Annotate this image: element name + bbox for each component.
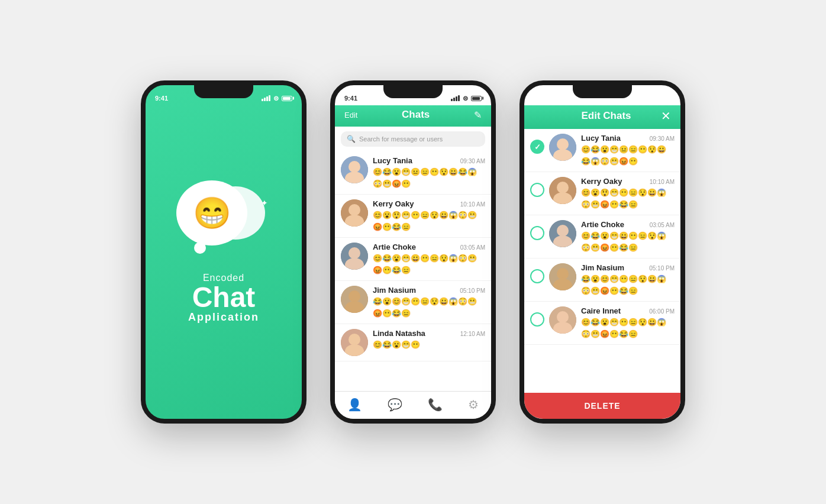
chat-emojis: 😂😮😊😁😶😑😯😀😱😳😬😡😶😂😑 bbox=[373, 296, 485, 319]
phone-chats: 9:41 ⊜ Edit Chats ✎ 🔍 Search for message… bbox=[330, 80, 496, 424]
search-bar[interactable]: 🔍 Search for message or users bbox=[341, 131, 485, 147]
chat-info: Lucy Tania 09:30 AM 😊😂😮😁😐😑😶😯😀😂😱😳😬😡😶 bbox=[373, 156, 485, 189]
chat-avatar bbox=[341, 286, 368, 313]
edit-chats-title: Edit Chats bbox=[581, 110, 631, 122]
edit-chat-time: 06:00 PM bbox=[649, 308, 675, 315]
chat-name-row: Lucy Tania 09:30 AM bbox=[373, 156, 485, 165]
chat-item[interactable]: Linda Natasha 12:10 AM 😊😂😮😁😶 bbox=[335, 324, 491, 361]
chat-time: 12:10 AM bbox=[460, 331, 485, 337]
chat-name-row: Jim Nasium 05:10 PM bbox=[373, 286, 485, 295]
edit-chat-time: 03:05 AM bbox=[650, 222, 675, 228]
edit-button[interactable]: Edit bbox=[344, 111, 357, 119]
edit-chat-avatar bbox=[549, 263, 576, 290]
chat-list: Lucy Tania 09:30 AM 😊😂😮😁😐😑😶😯😀😂😱😳😬😡😶 Kerr… bbox=[335, 151, 491, 391]
chat-time: 05:10 PM bbox=[460, 287, 485, 294]
signal-icon-3 bbox=[640, 95, 649, 101]
close-button[interactable]: ✕ bbox=[661, 109, 671, 123]
edit-chat-avatar bbox=[549, 134, 576, 161]
chat-item[interactable]: Kerry Oaky 10:10 AM 😊😮😲😁😶😑😯😀😱😳😬😡😶😂😑 bbox=[335, 195, 491, 238]
status-icons-1: ⊜ bbox=[262, 95, 292, 102]
chat-item[interactable]: Lucy Tania 09:30 AM 😊😂😮😁😐😑😶😯😀😂😱😳😬😡😶 bbox=[335, 151, 491, 195]
app-title-application: Application bbox=[188, 312, 259, 324]
splash-content: 😁 ✦ ✦ Encoded Chat Application bbox=[146, 105, 302, 399]
tab-profile[interactable]: 👤 bbox=[347, 398, 362, 412]
edit-chat-info: Caire Innet 06:00 PM 😊😂😮😁😶😑😯😀😱😳😬😡😶😂😑 bbox=[581, 306, 675, 340]
tab-settings[interactable]: ⚙ bbox=[468, 398, 479, 412]
edit-chat-name-row: Artie Choke 03:05 AM bbox=[581, 220, 675, 229]
edit-chat-info: Artie Choke 03:05 AM 😊😂😮😁😀😶😑😯😱😳😬😡😶😂😑 bbox=[581, 220, 675, 253]
chat-item[interactable]: Artie Choke 03:05 AM 😊😂😮😁😀😶😑😯😱😳😬😡😶😂😑 bbox=[335, 238, 491, 281]
chat-avatar bbox=[341, 243, 368, 270]
svg-point-23 bbox=[558, 139, 567, 148]
sparkle-icon-2: ✦ bbox=[261, 198, 268, 208]
edit-chat-info: Kerry Oaky 10:10 AM 😊😮😲😁😶😑😯😀😱😳😬😡😶😂😑 bbox=[581, 177, 675, 210]
delete-button[interactable]: DELETE bbox=[524, 393, 680, 419]
chat-emojis: 😊😂😮😁😐😑😶😯😀😂😱😳😬😡😶 bbox=[373, 166, 485, 189]
edit-chat-item[interactable]: Caire Innet 06:00 PM 😊😂😮😁😶😑😯😀😱😳😬😡😶😂😑 bbox=[524, 302, 680, 345]
select-circle[interactable] bbox=[530, 140, 544, 154]
edit-chat-emojis: 😊😂😮😁😀😶😑😯😱😳😬😡😶😂😑 bbox=[581, 230, 675, 253]
chat-time: 10:10 AM bbox=[460, 201, 485, 208]
status-time-1: 9:41 bbox=[155, 95, 168, 102]
chat-emojis: 😊😂😮😁😶 bbox=[373, 339, 485, 351]
edit-chat-name-row: Lucy Tania 09:30 AM bbox=[581, 134, 675, 143]
select-circle[interactable] bbox=[530, 312, 544, 327]
edit-chat-time: 09:30 AM bbox=[650, 135, 675, 142]
edit-chat-name: Artie Choke bbox=[581, 220, 624, 229]
edit-chat-name: Caire Innet bbox=[581, 306, 621, 315]
edit-chat-emojis: 😂😮😊😁😶😑😯😀😱😳😬😡😶😂😑 bbox=[581, 273, 675, 296]
svg-point-19 bbox=[350, 334, 359, 344]
status-bar-3: 9:41 ⊜ bbox=[524, 89, 680, 105]
status-time-3: 9:41 bbox=[534, 95, 547, 102]
chat-info: Jim Nasium 05:10 PM 😂😮😊😁😶😑😯😀😱😳😬😡😶😂😑 bbox=[373, 286, 485, 319]
status-bar-1: 9:41 ⊜ bbox=[146, 89, 302, 105]
chat-header: Edit Chats ✎ bbox=[335, 105, 491, 127]
edit-chat-list: Lucy Tania 09:30 AM 😊😂😮😁😐😑😶😯😀😂😱😳😬😡😶 Kerr… bbox=[524, 129, 680, 393]
edit-chat-name: Lucy Tania bbox=[581, 134, 621, 143]
battery-icon-3 bbox=[660, 96, 671, 101]
edit-chat-item[interactable]: Jim Nasium 05:10 PM 😂😮😊😁😶😑😯😀😱😳😬😡😶😂😑 bbox=[524, 259, 680, 302]
battery-icon bbox=[282, 96, 292, 101]
select-circle[interactable] bbox=[530, 269, 544, 283]
chat-time: 09:30 AM bbox=[460, 158, 485, 164]
wifi-icon-2: ⊜ bbox=[463, 95, 468, 102]
tab-calls[interactable]: 📞 bbox=[428, 398, 443, 412]
chat-avatar bbox=[341, 156, 368, 183]
compose-icon[interactable]: ✎ bbox=[474, 109, 482, 121]
signal-icon-2 bbox=[451, 95, 460, 101]
sparkle-icon-1: ✦ bbox=[209, 183, 216, 193]
chat-name-row: Kerry Oaky 10:10 AM bbox=[373, 199, 485, 208]
svg-point-39 bbox=[558, 312, 567, 321]
svg-point-27 bbox=[558, 182, 567, 192]
status-icons-2: ⊜ bbox=[451, 95, 482, 102]
chat-name: Linda Natasha bbox=[373, 329, 425, 338]
chat-info: Kerry Oaky 10:10 AM 😊😮😲😁😶😑😯😀😱😳😬😡😶😂😑 bbox=[373, 199, 485, 232]
edit-chat-avatar bbox=[549, 220, 576, 247]
chat-time: 03:05 AM bbox=[460, 244, 485, 251]
svg-point-31 bbox=[558, 225, 567, 235]
edit-chat-item[interactable]: Lucy Tania 09:30 AM 😊😂😮😁😐😑😶😯😀😂😱😳😬😡😶 bbox=[524, 129, 680, 172]
edit-chat-avatar bbox=[549, 306, 576, 334]
edit-chat-name-row: Kerry Oaky 10:10 AM bbox=[581, 177, 675, 186]
edit-chat-emojis: 😊😮😲😁😶😑😯😀😱😳😬😡😶😂😑 bbox=[581, 187, 675, 210]
chat-info: Artie Choke 03:05 AM 😊😂😮😁😀😶😑😯😱😳😬😡😶😂😑 bbox=[373, 243, 485, 276]
app-title: Encoded Chat Application bbox=[188, 273, 259, 323]
chat-info: Linda Natasha 12:10 AM 😊😂😮😁😶 bbox=[373, 329, 485, 351]
select-circle[interactable] bbox=[530, 226, 544, 240]
edit-chat-item[interactable]: Artie Choke 03:05 AM 😊😂😮😁😀😶😑😯😱😳😬😡😶😂😑 bbox=[524, 215, 680, 259]
edit-chat-info: Lucy Tania 09:30 AM 😊😂😮😁😐😑😶😯😀😂😱😳😬😡😶 bbox=[581, 134, 675, 167]
tab-chats[interactable]: 💬 bbox=[388, 398, 402, 412]
phone-splash: 9:41 ⊜ 😁 ✦ ✦ Enco bbox=[141, 80, 306, 424]
chat-avatar bbox=[341, 329, 368, 356]
edit-chat-item[interactable]: Kerry Oaky 10:10 AM 😊😮😲😁😶😑😯😀😱😳😬😡😶😂😑 bbox=[524, 172, 680, 215]
chat-name: Kerry Oaky bbox=[373, 199, 414, 208]
svg-point-35 bbox=[558, 269, 567, 278]
status-bar-2: 9:41 ⊜ bbox=[335, 89, 491, 105]
svg-point-7 bbox=[350, 205, 359, 214]
edit-chat-time: 10:10 AM bbox=[650, 179, 675, 185]
chat-avatar bbox=[341, 199, 368, 227]
chat-name: Lucy Tania bbox=[373, 156, 412, 165]
battery-icon-2 bbox=[471, 96, 482, 101]
chat-item[interactable]: Jim Nasium 05:10 PM 😂😮😊😁😶😑😯😀😱😳😬😡😶😂😑 bbox=[335, 281, 491, 324]
select-circle[interactable] bbox=[530, 183, 544, 197]
